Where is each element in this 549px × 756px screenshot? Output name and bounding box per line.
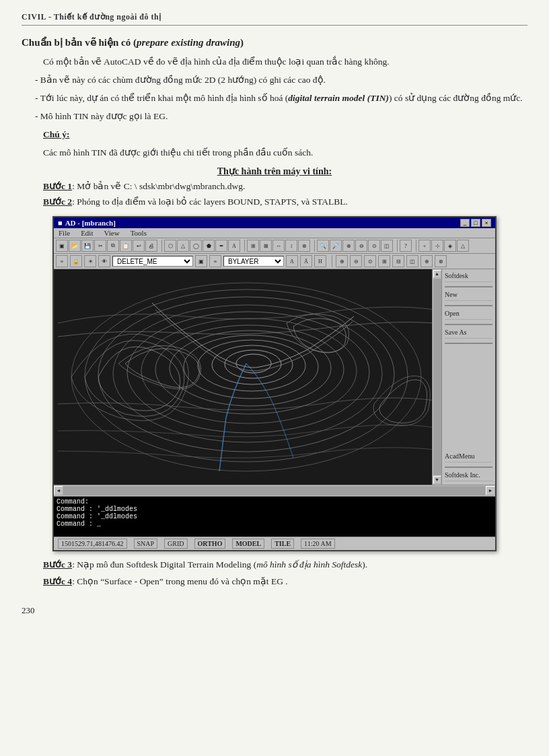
right-panel: Softdesk New Open Save As AcadMenu Softd… [441, 269, 495, 485]
scroll-up-btn[interactable]: ▲ [433, 270, 441, 278]
header-text: CIVIL - Thiết kế đường ngoài đô thị [22, 12, 161, 22]
title-icon: ■ [58, 219, 63, 227]
menu-edit[interactable]: Edit [79, 229, 95, 237]
toolbar-btn-25[interactable]: ◫ [381, 240, 393, 252]
toolbar-btn-13[interactable]: ✒ [215, 240, 227, 252]
menu-file[interactable]: File [57, 229, 72, 237]
toolbar-btn-28[interactable]: ⊹ [431, 240, 443, 252]
toolbar-btn-18[interactable]: ↕ [285, 240, 297, 252]
toolbar-btn-5[interactable]: ⧉ [107, 240, 119, 252]
toolbar-btn-23[interactable]: ⊖ [355, 240, 367, 252]
toolbar-h-btn[interactable]: H [314, 255, 326, 267]
close-btn[interactable]: × [482, 219, 491, 227]
scroll-right-btn[interactable]: ► [486, 486, 495, 495]
toolbar-btn-6[interactable]: 📋 [120, 240, 132, 252]
toolbar-btn-20[interactable]: 🔍 [317, 240, 329, 252]
toolbar-sep-1 [159, 240, 162, 252]
section-title-end: ) [240, 37, 244, 48]
toolbar-zoom-btn5[interactable]: ⊟ [392, 255, 404, 267]
step3-text: : Nạp mô đun Softdesk Digital Terrain Mo… [72, 559, 256, 570]
status-tile[interactable]: TILE [271, 539, 294, 549]
toolbar-btn-12[interactable]: ⬟ [203, 240, 215, 252]
toolbar-zoom-btn1[interactable]: ⊕ [336, 255, 348, 267]
layer-toolbar: ≡ 🔒 ☀ 👁 DELETE_ME ▣ ≡ BYLAYER A Ā H ⊕ ⊖ … [54, 254, 495, 269]
panel-new[interactable]: New [445, 290, 492, 301]
panel-open[interactable]: Open [445, 309, 492, 320]
toolbar-sep-4 [395, 240, 398, 252]
toolbar-btn-3[interactable]: 💾 [81, 240, 94, 252]
autocad-body: ▲ ▼ Softdesk New Open Save As Acad [54, 269, 495, 485]
scroll-track[interactable] [433, 279, 441, 475]
toolbar-btn-24[interactable]: ⊙ [368, 240, 380, 252]
toolbar-btn-30[interactable]: △ [457, 240, 469, 252]
toolbar-btn-4[interactable]: ✂ [94, 240, 106, 252]
maximize-btn[interactable]: □ [471, 219, 480, 227]
bylayer-dropdown[interactable]: BYLAYER [223, 256, 284, 267]
paragraph-2: - Bản vẽ này có các chùm đường đồng mức … [35, 73, 527, 88]
toolbar-btn-22[interactable]: ⊕ [342, 240, 355, 252]
scroll-down-btn[interactable]: ▼ [433, 476, 441, 484]
toolbar-sun-icon[interactable]: ☀ [84, 255, 96, 267]
vertical-scrollbar[interactable]: ▲ ▼ [432, 269, 441, 485]
toolbar-layer-icon[interactable]: ≡ [56, 255, 68, 267]
layer-dropdown[interactable]: DELETE_ME [112, 256, 193, 267]
toolbar-zoom-btn6[interactable]: ◫ [406, 255, 418, 267]
step1-text: : Mở bản vẽ C: \ sdsk\mbr\dwg\mbranch.dw… [72, 181, 245, 191]
toolbar-btn-10[interactable]: △ [177, 240, 189, 252]
panel-saveas-label: Save As [445, 329, 467, 336]
note-label: Chú ý: [43, 129, 69, 139]
minimize-btn[interactable]: _ [460, 219, 470, 227]
toolbar-zoom-btn4[interactable]: ⊞ [378, 255, 390, 267]
status-snap[interactable]: SNAP [134, 539, 158, 549]
panel-acadmenu[interactable]: AcadMenu [445, 452, 492, 462]
panel-softdesk-inc-label: Softdesk Inc. [445, 471, 480, 479]
toolbar-btn-1[interactable]: ▣ [56, 240, 68, 252]
scroll-left-btn[interactable]: ◄ [54, 486, 63, 495]
step4-text: : Chọn “Surface - Open” trong menu đó và… [72, 576, 288, 586]
status-model[interactable]: MODEL [232, 539, 264, 549]
toolbar-zoom-btn2[interactable]: ⊖ [350, 255, 362, 267]
panel-open-label: Open [445, 310, 460, 317]
panel-saveas[interactable]: Save As [445, 328, 492, 339]
titlebar-controls[interactable]: _ □ × [460, 219, 491, 227]
step-3: Bước 3: Nạp mô đun Softdesk Digital Terr… [43, 558, 527, 572]
toolbar-eye-icon[interactable]: 👁 [98, 255, 110, 267]
panel-softdesk[interactable]: Softdesk [445, 271, 492, 282]
toolbar-zoom-btn8[interactable]: ⊗ [435, 255, 447, 267]
toolbar-btn-17[interactable]: ↔ [272, 240, 285, 252]
toolbar-btn-11[interactable]: ◯ [190, 240, 202, 252]
h-scroll-track[interactable] [63, 486, 486, 495]
command-line-4[interactable]: Command : _ [57, 520, 492, 528]
step2-text: : Phóng to địa điểm và loại bỏ các layer… [72, 197, 348, 207]
step1-num: Bước 1 [43, 181, 72, 191]
autocad-menubar: File Edit View Tools [54, 228, 495, 238]
toolbar-btn-2[interactable]: 📂 [69, 240, 81, 252]
toolbar-lock-icon[interactable]: 🔒 [70, 255, 82, 267]
toolbar-btn-19[interactable]: ⊗ [298, 240, 310, 252]
status-ortho[interactable]: ORTHO [194, 539, 226, 549]
toolbar-list-btn[interactable]: ≡ [209, 255, 221, 267]
menu-tools[interactable]: Tools [129, 229, 149, 237]
toolbar-btn-9[interactable]: ⬡ [164, 240, 176, 252]
toolbar-btn-7[interactable]: ↩ [133, 240, 145, 252]
toolbar-aa-btn[interactable]: Ā [300, 255, 312, 267]
toolbar-btn-26[interactable]: ? [400, 240, 412, 252]
status-grid[interactable]: GRID [164, 539, 187, 549]
practice-label: Thực hành trên máy vi tính: [22, 166, 527, 177]
toolbar-zoom-btn7[interactable]: ⊕ [420, 255, 433, 267]
toolbar-btn-15[interactable]: ⊞ [247, 240, 259, 252]
step2-num: Bước 2 [43, 197, 72, 207]
toolbar-a-btn[interactable]: A [286, 255, 298, 267]
toolbar-btn-8[interactable]: 🖨 [145, 240, 157, 252]
panel-softdesk-inc[interactable]: Softdesk Inc. [445, 471, 492, 481]
menu-view[interactable]: View [102, 229, 121, 237]
toolbar-btn-14[interactable]: A [228, 240, 240, 252]
panel-sep-2 [445, 305, 492, 306]
toolbar-btn-16[interactable]: ⊠ [260, 240, 272, 252]
toolbar-btn-27[interactable]: + [418, 240, 431, 252]
toolbar-color-btn[interactable]: ▣ [195, 255, 207, 267]
autocad-drawing-area[interactable] [54, 269, 432, 485]
toolbar-zoom-btn3[interactable]: ⊙ [364, 255, 376, 267]
toolbar-btn-29[interactable]: ◈ [444, 240, 456, 252]
toolbar-btn-21[interactable]: 🔎 [330, 240, 342, 252]
